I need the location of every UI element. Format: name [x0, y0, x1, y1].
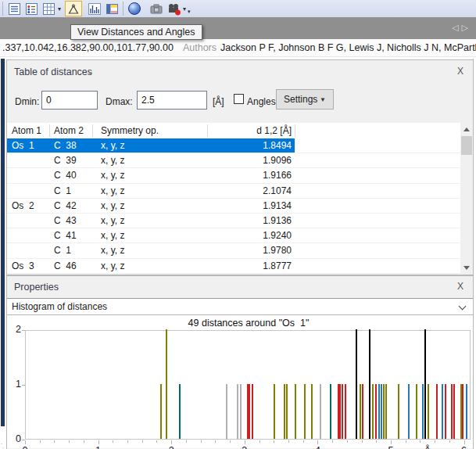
histogram-bar [274, 384, 275, 439]
toolbar-overflow-arrow[interactable]: ▾ [188, 9, 191, 15]
close-icon[interactable]: X [454, 280, 467, 293]
x-axis-tick [84, 440, 84, 443]
histogram-bar [436, 384, 438, 439]
table-row[interactable]: Os 1 C 38 x, y, z 1.8494 [7, 138, 460, 153]
x-axis-tick [245, 440, 245, 444]
histogram-bar [422, 384, 424, 439]
histogram-bar [237, 384, 238, 439]
properties-panel-titlebar: Properties X [7, 276, 473, 298]
y-axis-tick [22, 330, 25, 331]
histogram-bar [424, 329, 426, 439]
cell-atom2: C 42 [54, 200, 77, 211]
cell-distance: 1.9134 [213, 200, 292, 211]
x-axis-tick [69, 440, 70, 443]
properties-panel-title: Properties [14, 282, 59, 293]
table-row[interactable]: C 40 x, y, z 1.9166 [7, 168, 460, 183]
histogram-bar [375, 384, 377, 439]
histogram-bar [320, 384, 321, 439]
settings-button[interactable]: Settings ▼ [276, 89, 334, 110]
histogram-bar [466, 384, 467, 439]
snapshot-camera-icon[interactable] [148, 1, 165, 16]
histogram-bar [249, 384, 250, 439]
movie-dropdown-arrow[interactable]: ▾ [183, 5, 186, 13]
cell-symmetry: x, y, z [101, 245, 124, 256]
header-symmetry[interactable]: Symmetry op. [101, 125, 159, 136]
histogram-bar [372, 384, 374, 439]
histogram-bar [362, 384, 363, 439]
angles-checkbox[interactable] [234, 94, 244, 104]
table-row[interactable]: C 1 x, y, z 1.9780 [7, 243, 460, 258]
distances-table: Atom 1 Atom 2 Symmetry op. d 1,2 [Å] Os … [7, 123, 473, 274]
x-axis-label: 2 [159, 445, 183, 449]
cell-atom2: C 38 [54, 140, 77, 151]
movie-record-icon[interactable] [165, 1, 182, 16]
sphere-icon[interactable] [126, 1, 143, 16]
histogram-bar [284, 384, 285, 439]
cell-distance: 1.9780 [213, 245, 292, 256]
histogram-bar [295, 384, 296, 439]
cell-atom1: Os 3 [12, 260, 34, 271]
cell-symmetry: x, y, z [101, 140, 124, 151]
cell-symmetry: x, y, z [101, 155, 124, 166]
cell-symmetry: x, y, z [101, 200, 124, 211]
cell-distance: 1.8777 [213, 260, 292, 271]
table-row[interactable]: C 1 x, y, z 2.1074 [7, 184, 460, 199]
chart-title: 49 distances around "Os 1" [26, 318, 471, 329]
authors-label: Authors [183, 42, 217, 53]
dmin-label: Dmin: [15, 96, 39, 107]
x-axis-tick [332, 440, 333, 443]
scroll-up-icon[interactable] [460, 123, 473, 135]
cell-atom1: Os 2 [12, 200, 34, 211]
cell-atom2: C 1 [54, 185, 71, 196]
histogram-bar [356, 329, 357, 439]
table-row[interactable]: C 41 x, y, z 1.9240 [7, 228, 460, 243]
table-scrollbar[interactable] [460, 123, 473, 274]
properties-selector[interactable]: Histogram of distances [7, 298, 473, 315]
colored-list-icon[interactable] [23, 1, 40, 16]
x-axis-tick [274, 440, 274, 443]
cell-distance: 1.9096 [213, 155, 292, 166]
dmin-input[interactable] [41, 91, 98, 110]
scrollbar-thumb[interactable] [461, 136, 472, 155]
settings-button-label: Settings [284, 94, 317, 105]
structure-list-icon[interactable] [5, 1, 23, 16]
table-row[interactable]: Os 3 C 46 x, y, z 1.8777 [7, 259, 460, 274]
distances-angles-icon[interactable] [65, 1, 82, 16]
distances-table-body: Os 1 C 38 x, y, z 1.8494 C 39 x, y, z 1.… [7, 138, 460, 274]
cell-distance: 1.9240 [213, 230, 292, 241]
histogram-bar [381, 384, 382, 439]
scroll-down-icon[interactable] [460, 261, 473, 274]
table-row[interactable]: C 39 x, y, z 1.9096 [7, 153, 460, 168]
cell-distance: 2.1074 [213, 185, 292, 196]
x-axis-tick [347, 440, 348, 443]
header-atom2[interactable]: Atom 2 [54, 125, 84, 136]
histogram-bar [339, 384, 341, 439]
table-row[interactable]: Os 2 C 42 x, y, z 1.9134 [7, 199, 460, 214]
histogram-bar [398, 384, 399, 439]
data-grid-icon[interactable] [40, 1, 57, 16]
x-axis-unit-label: Å [416, 445, 439, 449]
histogram-icon[interactable] [86, 1, 103, 16]
histogram-bar [342, 384, 343, 439]
histogram-bar [360, 384, 361, 439]
toolbar-separator [2, 2, 3, 16]
x-axis-tick [420, 440, 421, 443]
page-nav-arrows[interactable]: ◁▷ [452, 23, 471, 33]
dock-divider[interactable] [1, 59, 5, 426]
close-icon[interactable]: X [454, 65, 467, 77]
x-axis-tick [127, 440, 128, 443]
dmax-input[interactable] [137, 91, 207, 110]
cell-atom1: Os 1 [12, 140, 34, 151]
table-row[interactable]: C 43 x, y, z 1.9136 [7, 214, 460, 228]
property-table-icon[interactable] [103, 1, 120, 16]
panel-menu-arrow-icon[interactable]: ▾ [88, 70, 91, 77]
header-atom1[interactable]: Atom 1 [12, 125, 41, 136]
data-grid-dropdown-arrow[interactable]: ▾ [58, 5, 61, 13]
x-axis-tick [303, 440, 304, 443]
header-distance[interactable]: d 1,2 [Å] [213, 125, 292, 136]
cell-distance: 1.9136 [213, 215, 292, 226]
chevron-down-icon [459, 303, 467, 311]
x-axis-tick [171, 440, 172, 444]
cell-atom2: C 43 [54, 215, 77, 226]
x-axis-tick [435, 440, 435, 443]
